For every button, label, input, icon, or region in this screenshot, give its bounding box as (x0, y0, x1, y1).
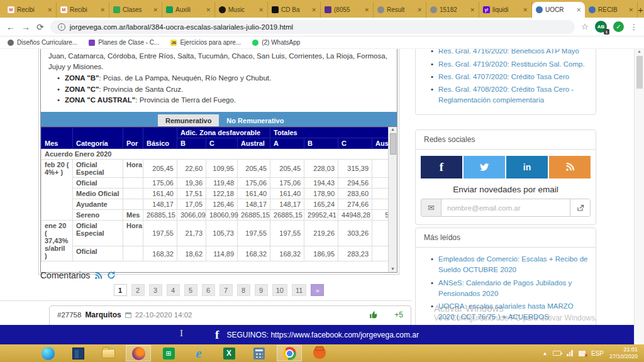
bookmark-item[interactable]: Planes de Clase - C... (89, 39, 159, 46)
social-buttons: fin (416, 150, 596, 180)
browser-tab[interactable]: Music✕ (215, 2, 268, 18)
sidebar-link[interactable]: Empleados de Comercio: Escalas + Recibo … (438, 254, 588, 276)
sidebar-link[interactable]: ANSeS: Calendario de Pagos Jubilados y P… (438, 278, 588, 300)
power-icon[interactable] (553, 351, 561, 356)
sidebar-link[interactable]: Res. Gral. 4719/2020: Restitución Sal. C… (438, 59, 588, 70)
taskbar-explorer-icon[interactable] (96, 345, 121, 361)
bookmark-item[interactable]: Diseños Curriculare... (8, 39, 77, 46)
reload-icon[interactable]: ⟳ (36, 23, 44, 31)
rss-feed-icon[interactable] (94, 272, 103, 280)
refresh-icon[interactable] (107, 271, 116, 280)
scroll-up-icon[interactable]: ▲ (635, 49, 644, 53)
browser-tab[interactable]: MRecibi✕ (57, 2, 109, 18)
page-button-9[interactable]: 9 (255, 284, 268, 296)
tab-close-icon[interactable]: ✕ (47, 7, 52, 13)
taskbar-avast-icon[interactable] (126, 345, 151, 361)
page-button-4[interactable]: 4 (167, 284, 180, 296)
value-cell: 175,06 (143, 178, 177, 189)
sidebar-link[interactable]: Res. Gral. 4708/2020: Crédito Tasa Cero … (438, 84, 588, 106)
browser-tab[interactable]: UOCR✕ (532, 2, 585, 18)
taskbar-edge-icon[interactable] (35, 345, 60, 361)
table-tab-remunerativo[interactable]: Remunerativo (158, 114, 219, 126)
tab-close-icon[interactable]: ✕ (417, 7, 422, 13)
taskbar-window-icon[interactable] (65, 345, 91, 361)
por-cell: Hora (123, 221, 143, 246)
new-tab-button[interactable]: + (638, 2, 643, 18)
back-icon[interactable]: ← (6, 23, 15, 31)
extension-shield-icon[interactable]: ✓ (613, 21, 624, 32)
table-scrollbar[interactable]: ▲ ▼ (388, 127, 397, 272)
rss-icon[interactable] (549, 156, 591, 178)
email-input[interactable] (441, 199, 570, 216)
table-scroll-down-icon[interactable]: ▼ (389, 266, 397, 271)
tab-close-icon[interactable]: ✕ (258, 7, 264, 13)
taskbar-hand-icon[interactable] (307, 345, 332, 361)
browser-tab[interactable]: RECIB✕ (585, 2, 638, 18)
send-email-button[interactable] (570, 199, 590, 216)
page-button-»[interactable]: » (311, 284, 324, 296)
scroll-thumb[interactable] (636, 56, 643, 89)
page-button-2[interactable]: 2 (131, 284, 145, 296)
table-scroll-up-icon[interactable]: ▲ (389, 127, 397, 131)
tray-expand-icon[interactable]: ▲ (543, 351, 548, 356)
linkedin-icon[interactable]: in (506, 156, 548, 178)
taskbar-store-icon[interactable]: ⊞ (156, 345, 181, 361)
browser-tab[interactable]: y!liquidi✕ (479, 2, 532, 18)
sidebar-link[interactable]: Res. Gral. 4716/2020: Beneficios ATP May… (438, 49, 588, 57)
tab-close-icon[interactable]: ✕ (364, 7, 369, 13)
page-button-5[interactable]: 5 (184, 284, 197, 296)
browser-tab[interactable]: Clases✕ (109, 2, 162, 18)
sidebar-link[interactable]: UOCRA: escalas salariales hasta MARZO 20… (438, 301, 588, 323)
browser-tab[interactable]: 15182✕ (426, 2, 479, 18)
action-center-flag-icon[interactable] (579, 351, 586, 356)
tab-close-icon[interactable]: ✕ (311, 7, 316, 13)
tab-close-icon[interactable]: ✕ (576, 7, 581, 13)
clock[interactable]: 21:01 27/10/2020 (609, 346, 638, 361)
thumbs-up-icon[interactable] (369, 310, 378, 319)
page-button-10[interactable]: 10 (272, 284, 287, 296)
browser-tab[interactable]: Result✕ (374, 2, 426, 18)
bookmark-item[interactable]: JSEjercicios para apre... (170, 39, 241, 46)
page-scrollbar[interactable]: ▲ (634, 49, 644, 344)
profile-avatar[interactable]: AB 1 (595, 21, 607, 33)
info-icon[interactable]: i (58, 23, 65, 31)
bookmark-item[interactable]: (2) WhatsApp (252, 39, 300, 46)
tab-close-icon[interactable]: ✕ (523, 7, 528, 13)
browser-tab[interactable]: Auxili✕ (162, 2, 215, 18)
redes-sociales-title: Redes sociales (416, 130, 596, 150)
page-button-6[interactable]: 6 (202, 284, 215, 296)
facebook-icon[interactable]: f (421, 156, 462, 178)
browser-tab[interactable]: (8055✕ (321, 2, 374, 18)
taskbar-ie-icon[interactable]: e (186, 345, 211, 361)
bookmark-star-icon[interactable]: ☆ (581, 22, 589, 31)
taskbar-chrome-icon[interactable] (277, 345, 302, 361)
page-button-11[interactable]: 11 (292, 284, 306, 296)
tab-close-icon[interactable]: ✕ (206, 7, 211, 13)
zona-item: ZONA "C AUSTRAL": Provincia de Tierra de… (65, 95, 389, 106)
taskbar-calc-icon[interactable] (247, 345, 272, 361)
sidebar-link[interactable]: Res. Gral. 4707/2020: Crédito Tasa Cero (438, 72, 588, 82)
network-icon[interactable] (567, 350, 573, 356)
menu-dots-icon[interactable]: ⋮ (630, 23, 638, 31)
page-button-1[interactable]: 1 (114, 284, 127, 296)
language-indicator[interactable]: ESP (591, 350, 604, 357)
column-header: Básico (143, 128, 177, 149)
forward-icon[interactable]: → (21, 23, 30, 31)
browser-tab[interactable]: CD Ba✕ (268, 2, 321, 18)
table-scroll-thumb[interactable] (390, 133, 396, 155)
page-button-8[interactable]: 8 (237, 284, 250, 296)
taskbar-start-icon[interactable] (5, 345, 30, 361)
table-tab-no-remunerativo[interactable]: No Remunerativo (219, 114, 291, 126)
facebook-follow-bar[interactable]: f SEGUINOS: https://www.facebook.com/jor… (0, 325, 634, 344)
twitter-icon[interactable] (464, 156, 505, 178)
page-button-3[interactable]: 3 (149, 284, 162, 296)
tab-close-icon[interactable]: ✕ (470, 7, 475, 13)
tab-close-icon[interactable]: ✕ (628, 7, 633, 13)
tab-close-icon[interactable]: ✕ (100, 7, 105, 13)
table-row: Medio Oficial161,4017,51122,18161,40161,… (42, 189, 397, 199)
browser-tab[interactable]: MRecibi✕ (4, 2, 57, 18)
taskbar-excel-icon[interactable]: X (216, 345, 242, 361)
page-button-7[interactable]: 7 (219, 284, 233, 296)
tab-close-icon[interactable]: ✕ (153, 7, 158, 13)
address-bar[interactable]: i jorgevega.com.ar/laboral/384-uocra-esc… (50, 20, 575, 34)
